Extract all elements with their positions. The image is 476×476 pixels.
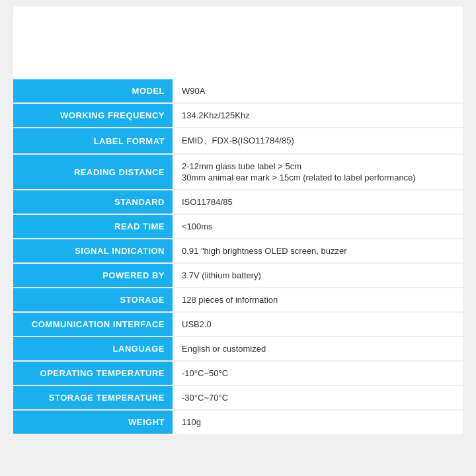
row-value-7: 3.7V (lithium battery) xyxy=(173,264,463,287)
row-label-5: READ TIME xyxy=(13,215,173,238)
row-value-6: 0.91 "high brightness OLED screen, buzze… xyxy=(173,239,463,262)
table-row: POWERED BY3.7V (lithium battery) xyxy=(13,264,463,287)
table-row: LANGUAGEEnglish or customized xyxy=(13,337,463,360)
table-row: STORAGE TEMPERATURE-30°C~70°C xyxy=(13,386,463,409)
row-label-1: WORKING FREQUENCY xyxy=(13,104,173,127)
row-label-7: POWERED BY xyxy=(13,264,173,287)
table-row: WEIGHT110g xyxy=(13,411,463,434)
row-value-4: ISO11784/85 xyxy=(173,190,463,214)
table-row: SIGNAL INDICATION0.91 "high brightness O… xyxy=(13,239,463,262)
row-value-8: 128 pieces of information xyxy=(173,288,463,311)
row-label-13: WEIGHT xyxy=(13,411,173,434)
row-label-10: LANGUAGE xyxy=(13,337,173,360)
row-value-5: <100ms xyxy=(173,215,463,238)
table-row: LABEL FORMATEMID、FDX-B(ISO11784/85) xyxy=(13,128,463,153)
row-label-11: OPERATING TEMPERATURE xyxy=(13,362,173,385)
table-row: OPERATING TEMPERATURE-10°C~50°C xyxy=(13,362,463,385)
table-row: READING DISTANCE2-12mm glass tube label … xyxy=(13,155,463,189)
table-row: READ TIME<100ms xyxy=(13,215,463,238)
row-label-4: STANDARD xyxy=(13,190,173,214)
row-label-12: STORAGE TEMPERATURE xyxy=(13,386,173,409)
row-value-3: 2-12mm glass tube label > 5cm30mm animal… xyxy=(173,155,463,189)
row-label-6: SIGNAL INDICATION xyxy=(13,239,173,262)
row-value-0: W90A xyxy=(173,79,463,102)
row-label-9: COMMUNICATION INTERFACE xyxy=(13,313,173,336)
table-row: STORAGE128 pieces of information xyxy=(13,288,463,311)
top-image-area xyxy=(13,7,463,79)
row-value-11: -10°C~50°C xyxy=(173,362,463,385)
row-value-line1-3: 2-12mm glass tube label > 5cm xyxy=(182,161,301,171)
row-value-10: English or customized xyxy=(173,337,463,360)
table-row: COMMUNICATION INTERFACEUSB2.0 xyxy=(13,313,463,336)
table-row: WORKING FREQUENCY134.2Khz/125Khz xyxy=(13,104,463,127)
row-label-0: MODEL xyxy=(13,79,173,102)
row-value-2: EMID、FDX-B(ISO11784/85) xyxy=(173,128,463,153)
row-value-9: USB2.0 xyxy=(173,313,463,336)
row-label-8: STORAGE xyxy=(13,288,173,311)
row-label-3: READING DISTANCE xyxy=(13,155,173,189)
row-value-12: -30°C~70°C xyxy=(173,386,463,409)
row-label-2: LABEL FORMAT xyxy=(13,128,173,153)
table-row: MODELW90A xyxy=(13,79,463,102)
table-row: STANDARDISO11784/85 xyxy=(13,190,463,214)
row-value-13: 110g xyxy=(173,411,463,434)
row-value-1: 134.2Khz/125Khz xyxy=(173,104,463,127)
row-value-line2-3: 30mm animal ear mark > 15cm (related to … xyxy=(182,173,416,182)
specs-table: MODELW90AWORKING FREQUENCY134.2Khz/125Kh… xyxy=(13,79,463,435)
